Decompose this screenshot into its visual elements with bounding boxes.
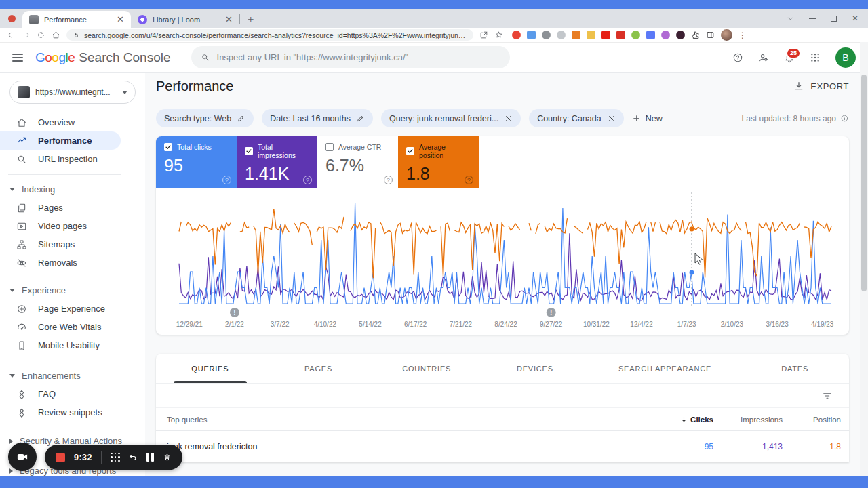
tab-close-icon[interactable]: ✕ <box>225 15 233 24</box>
extension-blue-window[interactable] <box>527 30 536 39</box>
scrollbar[interactable] <box>860 42 868 476</box>
column-header-impressions[interactable]: Impressions <box>713 415 783 424</box>
checkbox-total-clicks[interactable] <box>164 143 172 151</box>
tab-countries[interactable]: COUNTRIES <box>372 354 481 383</box>
metric-card-average-ctr[interactable]: Average CTR 6.7% ? <box>317 136 398 188</box>
help-circle-icon[interactable]: ? <box>384 176 393 184</box>
avatar[interactable]: B <box>835 47 856 68</box>
url-inspect-search[interactable] <box>191 46 510 68</box>
extensions-puzzle-icon[interactable] <box>691 30 700 39</box>
sidebar-section-enhancements[interactable]: Enhancements <box>0 367 145 385</box>
sidebar-item-core-web-vitals[interactable]: Core Web Vitals <box>0 318 121 336</box>
new-tab-button[interactable]: ＋ <box>245 14 256 24</box>
extension-gf[interactable] <box>572 30 580 39</box>
sidebar-item-removals[interactable]: Removals <box>0 253 121 272</box>
sidebar-item-url-inspection[interactable]: URL inspection <box>0 150 121 168</box>
pause-button[interactable] <box>146 453 154 462</box>
column-header-clicks[interactable]: Clicks <box>639 415 713 424</box>
extension-green-leaf[interactable] <box>631 30 640 39</box>
filter-chip-search-type[interactable]: Search type: Web <box>156 109 254 127</box>
sidebar-item-faq[interactable]: FAQ <box>0 385 121 403</box>
back-icon[interactable] <box>7 30 16 39</box>
maximize-button[interactable] <box>831 16 837 22</box>
account-settings-icon[interactable] <box>758 52 769 63</box>
extension-gray-cup[interactable] <box>557 30 566 39</box>
help-circle-icon[interactable]: ? <box>465 176 473 184</box>
loom-camera-bubble[interactable] <box>8 443 37 471</box>
browser-tab-loom[interactable]: Library | Loom ✕ <box>131 11 239 28</box>
metric-card-total-impressions[interactable]: Total impressions 1.41K ? <box>237 136 317 188</box>
refresh-icon[interactable] <box>37 30 45 39</box>
undo-icon[interactable] <box>129 453 138 462</box>
sidebar-item-mobile-usability[interactable]: Mobile Usability <box>0 336 121 354</box>
remove-filter-icon[interactable] <box>504 114 513 123</box>
minimize-button[interactable] <box>809 18 816 19</box>
info-icon[interactable] <box>840 114 849 123</box>
help-circle-icon[interactable]: ? <box>303 176 312 184</box>
inspect-url-input[interactable] <box>217 52 500 62</box>
query-cell[interactable]: junk removal fredericton <box>167 442 639 451</box>
remove-filter-icon[interactable] <box>607 114 616 123</box>
hamburger-menu-icon[interactable] <box>12 54 23 62</box>
annotate-tool-icon[interactable] <box>111 453 120 462</box>
new-filter-button[interactable]: New <box>632 114 663 123</box>
tab-close-icon[interactable]: ✕ <box>117 15 124 24</box>
extension-dark-circle[interactable] <box>676 30 685 39</box>
checkbox-average-ctr[interactable] <box>326 143 334 151</box>
sidebar-section-experience[interactable]: Experience <box>0 281 145 300</box>
scrollbar-thumb[interactable] <box>861 75 867 291</box>
sidebar-item-page-experience[interactable]: Page Experience <box>0 300 121 318</box>
close-window-button[interactable]: ✕ <box>852 14 859 22</box>
bookmark-star-icon[interactable] <box>494 30 503 39</box>
sidebar-section-indexing[interactable]: Indexing <box>0 180 145 199</box>
home-icon[interactable] <box>52 30 60 39</box>
sidebar-item-pages[interactable]: Pages <box>0 199 121 217</box>
checkbox-total-impressions[interactable] <box>245 147 253 155</box>
extension-n-blue[interactable] <box>646 30 655 39</box>
extension-red-circle[interactable] <box>512 30 521 39</box>
help-circle-icon[interactable]: ? <box>222 176 231 184</box>
loom-control-bar[interactable]: 9:32 <box>45 445 182 470</box>
side-panel-icon[interactable] <box>706 30 715 39</box>
notifications-icon[interactable]: 25 <box>784 52 795 63</box>
apps-grid-icon[interactable] <box>810 52 821 63</box>
extension-video-red[interactable] <box>601 30 610 39</box>
tab-pages[interactable]: PAGES <box>264 354 373 383</box>
tab-search-chevron-icon[interactable] <box>787 15 794 22</box>
filter-chip-query[interactable]: Query: junk removal frederi... <box>381 109 521 127</box>
extension-purple-heart[interactable] <box>661 30 670 39</box>
filter-chip-date[interactable]: Date: Last 16 months <box>262 109 373 127</box>
column-header-top-queries[interactable]: Top queries <box>167 415 639 424</box>
export-button[interactable]: EXPORT <box>793 81 849 92</box>
edit-icon[interactable] <box>356 114 365 123</box>
edit-icon[interactable] <box>237 114 245 123</box>
trash-icon[interactable] <box>163 453 172 462</box>
tab-queries[interactable]: QUERIES <box>156 354 264 383</box>
stop-recording-button[interactable] <box>56 453 65 462</box>
help-icon[interactable] <box>732 52 743 63</box>
property-selector[interactable]: https://www.integrit... <box>9 81 136 104</box>
sidebar-item-performance[interactable]: Performance <box>0 131 121 150</box>
share-icon[interactable] <box>479 30 488 39</box>
forward-icon[interactable] <box>22 30 31 39</box>
extension-yellow-tag[interactable] <box>587 30 595 39</box>
metric-card-total-clicks[interactable]: Total clicks 95 ? <box>156 136 237 188</box>
column-header-position[interactable]: Position <box>783 415 841 424</box>
tab-dates[interactable]: DATES <box>741 354 849 383</box>
sidebar-item-sitemaps[interactable]: Sitemaps <box>0 235 121 253</box>
table-row[interactable]: junk removal fredericton 95 1,413 1.8 <box>156 431 849 462</box>
browser-profile-avatar[interactable] <box>721 29 732 41</box>
browser-tab-performance[interactable]: Performance ✕ <box>22 11 131 28</box>
sidebar-item-review-snippets[interactable]: Review snippets <box>0 403 121 422</box>
app-logo[interactable]: Google Search Console <box>35 50 171 65</box>
filter-icon[interactable] <box>822 390 833 401</box>
sidebar-item-overview[interactable]: Overview <box>0 113 121 131</box>
extension-camera[interactable] <box>542 30 551 39</box>
tab-search-appearance[interactable]: SEARCH APPEARANCE <box>589 354 741 383</box>
sidebar-item-video-pages[interactable]: Video pages <box>0 217 121 235</box>
address-bar[interactable]: search.google.com/u/4/search-console/per… <box>66 29 473 41</box>
browser-menu-icon[interactable]: ⋮ <box>738 30 747 40</box>
tab-devices[interactable]: DEVICES <box>481 354 589 383</box>
filter-chip-country[interactable]: Country: Canada <box>529 109 624 127</box>
performance-time-series-chart[interactable]: !! <box>156 188 849 321</box>
